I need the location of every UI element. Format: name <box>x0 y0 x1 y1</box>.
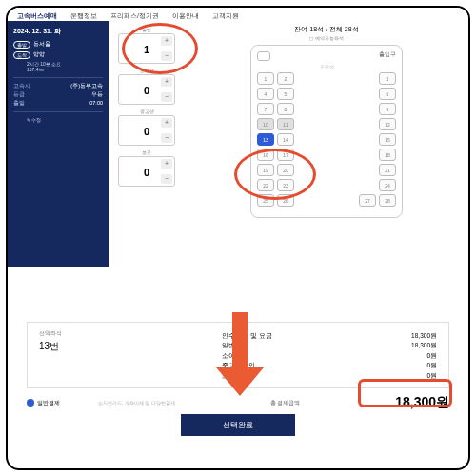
seat-3[interactable]: 3 <box>379 72 396 85</box>
seat-9[interactable]: 9 <box>379 103 396 115</box>
minus-button[interactable]: − <box>161 174 172 184</box>
seat-11[interactable]: 11 <box>277 118 294 130</box>
select-complete-button[interactable]: 선택완료 <box>181 414 295 436</box>
seat-16[interactable]: 16 <box>257 149 274 161</box>
minus-button[interactable]: − <box>161 133 172 143</box>
nav-item[interactable]: 고속버스예매 <box>17 11 57 21</box>
nav-item[interactable]: 프리패스/정기권 <box>110 11 159 21</box>
seat-2[interactable]: 2 <box>277 72 294 85</box>
trip-date: 2024. 12. 31. 화 <box>13 27 103 36</box>
trip-dist: 167.4㎞ <box>27 67 103 72</box>
seat-23[interactable]: 23 <box>277 179 294 191</box>
seat-19[interactable]: 19 <box>257 164 274 176</box>
seat-title: 잔여 18석 / 전체 28석 <box>192 25 461 34</box>
note: ✎ 수정 <box>27 117 103 123</box>
seat-17[interactable]: 17 <box>277 149 294 161</box>
bus-layout: 출입구 운전석 12345678910111213141516171819202… <box>250 45 403 218</box>
nav-item[interactable]: 고객지원 <box>212 11 239 21</box>
nav-item[interactable]: 운행정보 <box>70 11 97 21</box>
sidebar: 2024. 12. 31. 화 출발동서울 도착양양 2시간 10분 소요 16… <box>8 21 109 267</box>
minus-button[interactable]: − <box>161 92 172 102</box>
minus-button[interactable]: − <box>161 51 172 61</box>
passenger-counters: 일반+1− 초등생+0− 중고생+0− 보훈+0− <box>109 21 185 267</box>
top-nav: 고속버스예매 운행정보 프리패스/정기권 이용안내 고객지원 <box>8 8 468 21</box>
seat-8[interactable]: 8 <box>277 103 294 115</box>
payment-method[interactable]: 일반결제 <box>27 399 60 407</box>
plus-button[interactable]: + <box>161 36 172 46</box>
seat-12[interactable]: 12 <box>379 118 396 130</box>
nav-item[interactable]: 이용안내 <box>172 11 199 21</box>
seat-26[interactable]: 26 <box>277 194 294 207</box>
seat-13[interactable]: 13 <box>257 133 274 146</box>
plus-button[interactable]: + <box>161 159 172 169</box>
total-amount: 18,300원 <box>395 394 449 411</box>
seat-10[interactable]: 10 <box>257 118 274 130</box>
dest-station: 도착양양 <box>13 50 103 59</box>
summary-panel: 선택좌석 13번 인수선택 및 요금18,300원 일반 1명18,300원 소… <box>27 322 449 388</box>
seat-5[interactable]: 5 <box>277 88 294 100</box>
seat-pane: 잔여 18석 / 전체 28석 ◻ 예약가능좌석 출입구 운전석 1234567… <box>185 21 468 267</box>
seat-28[interactable]: 28 <box>379 194 396 207</box>
steering-wheel-icon <box>257 51 270 61</box>
seat-14[interactable]: 14 <box>277 133 294 146</box>
adult-count: 1 <box>144 44 149 55</box>
seat-4[interactable]: 4 <box>257 88 274 100</box>
seat-27[interactable]: 27 <box>359 194 376 207</box>
plus-button[interactable]: + <box>161 77 172 87</box>
plus-button[interactable]: + <box>161 118 172 128</box>
seat-25[interactable]: 25 <box>257 194 274 207</box>
seat-22[interactable]: 22 <box>257 179 274 191</box>
selected-seat: 13번 <box>39 340 222 353</box>
seat-legend: ◻ 예약가능좌석 <box>192 35 461 41</box>
seat-21[interactable]: 21 <box>379 164 396 176</box>
seat-7[interactable]: 7 <box>257 103 274 115</box>
seat-6[interactable]: 6 <box>379 88 396 100</box>
seat-20[interactable]: 20 <box>277 164 294 176</box>
seat-18[interactable]: 18 <box>379 149 396 161</box>
seat-15[interactable]: 15 <box>379 133 396 146</box>
radio-selected-icon <box>27 399 34 407</box>
origin-station: 출발동서울 <box>13 40 103 49</box>
seat-24[interactable]: 24 <box>379 179 396 191</box>
seat-1[interactable]: 1 <box>257 72 274 85</box>
